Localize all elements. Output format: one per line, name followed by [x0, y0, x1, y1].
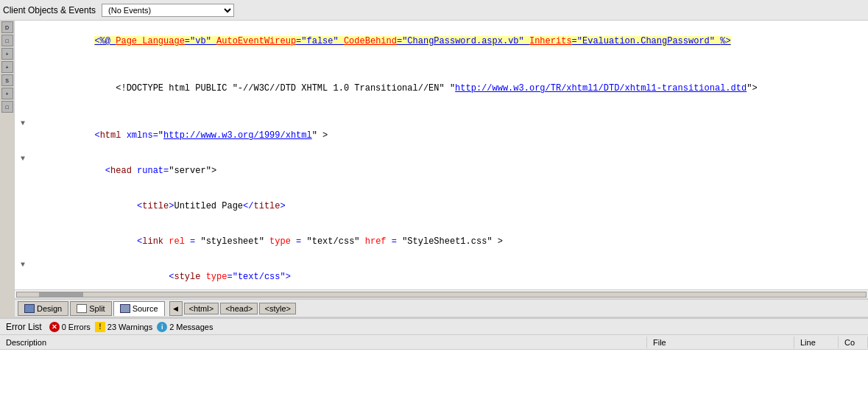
tab-bar: Design Split Source ◀ <html> <head> <sty…	[15, 298, 868, 317]
code-panel: <%@ Page Language="vb" AutoEventWireup="…	[15, 21, 868, 317]
error-rows	[0, 350, 868, 394]
tab-source[interactable]: Source	[113, 301, 165, 316]
error-count-errors[interactable]: ✕ 0 Errors	[49, 322, 91, 332]
left-panel: D □ + + S + □	[0, 21, 15, 317]
code-line-3: <!DOCTYPE html PUBLIC "-//W3C//DTD XHTML…	[21, 71, 862, 106]
nav-arrow-left[interactable]: ◀	[169, 301, 183, 316]
error-panel-header: Error List ✕ 0 Errors ! 23 Warnings i 2 …	[0, 319, 868, 335]
code-editor[interactable]: <%@ Page Language="vb" AutoEventWireup="…	[15, 21, 868, 289]
editor-area: D □ + + S + □ <%@ Page Language="vb" Aut…	[0, 21, 868, 317]
error-panel-title: Error List	[6, 322, 42, 332]
error-errors-label: 0 Errors	[62, 323, 91, 331]
code-line-2	[21, 59, 862, 71]
col-file[interactable]: File	[647, 337, 794, 348]
tab-split-label: Split	[89, 304, 105, 313]
panel-icon-6[interactable]: +	[1, 88, 13, 99]
panel-icon-3[interactable]: +	[1, 48, 13, 60]
error-panel: Error List ✕ 0 Errors ! 23 Warnings i 2 …	[0, 317, 868, 394]
nav-arrows: ◀	[169, 301, 183, 316]
error-count-messages[interactable]: i 2 Messages	[157, 322, 213, 332]
design-icon	[24, 304, 35, 313]
tab-source-label: Source	[133, 304, 158, 313]
panel-icon-4[interactable]: +	[1, 61, 13, 73]
col-description[interactable]: Description	[0, 337, 647, 348]
info-icon: i	[157, 322, 167, 332]
panel-icon-2[interactable]: □	[1, 35, 13, 46]
breadcrumb-tags: <html> <head> <style>	[184, 303, 296, 314]
scroll-track[interactable]	[16, 292, 867, 298]
col-col[interactable]: Co	[839, 337, 868, 348]
split-icon	[77, 304, 87, 313]
scroll-thumb[interactable]	[39, 292, 83, 297]
code-line-4	[21, 106, 862, 118]
code-line-1: <%@ Page Language="vb" AutoEventWireup="…	[21, 24, 862, 59]
toolbar-row: Client Objects & Events (No Events)	[0, 0, 868, 21]
events-dropdown[interactable]: (No Events)	[102, 4, 234, 17]
code-line-7: <title>Untitled Page</title>	[21, 189, 862, 224]
horizontal-scrollbar[interactable]	[15, 289, 868, 298]
error-count-warnings[interactable]: ! 23 Warnings	[95, 322, 152, 332]
code-line-8: <link rel = "stylesheet" type = "text/cs…	[21, 224, 862, 259]
panel-icon-5[interactable]: S	[1, 74, 13, 86]
source-icon	[120, 304, 130, 313]
warning-icon: !	[95, 322, 105, 332]
panel-icon-1[interactable]: D	[1, 21, 13, 33]
tab-design-label: Design	[37, 304, 62, 313]
error-counts: ✕ 0 Errors ! 23 Warnings i 2 Messages	[49, 322, 214, 332]
col-line[interactable]: Line	[794, 337, 839, 348]
error-icon: ✕	[49, 322, 60, 332]
breadcrumb-html[interactable]: <html>	[184, 303, 219, 314]
error-warnings-label: 23 Warnings	[107, 323, 152, 331]
code-line-5: ▼ <html xmlns="http://www.w3.org/1999/xh…	[21, 118, 862, 153]
breadcrumb-style[interactable]: <style>	[259, 303, 295, 314]
error-table-header: Description File Line Co	[0, 335, 868, 350]
error-messages-label: 2 Messages	[169, 323, 213, 331]
code-line-9: ▼ <style type="text/css">	[21, 259, 862, 289]
code-line-6: ▼ <head runat="server">	[21, 153, 862, 189]
toolbar-title: Client Objects & Events	[3, 5, 96, 15]
tab-design[interactable]: Design	[18, 301, 68, 316]
tab-split[interactable]: Split	[70, 301, 111, 316]
breadcrumb-head[interactable]: <head>	[220, 303, 258, 314]
panel-icon-7[interactable]: □	[1, 101, 13, 113]
